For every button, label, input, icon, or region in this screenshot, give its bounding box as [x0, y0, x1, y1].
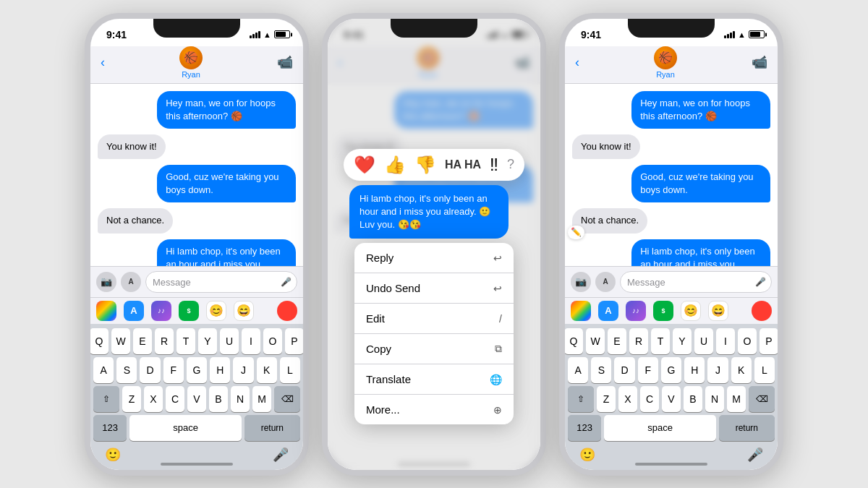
mic-key[interactable]: 🎤 [273, 447, 289, 463]
key-t[interactable]: T [176, 328, 195, 354]
bubble-outgoing[interactable]: Good, cuz we're taking you boys down. [157, 165, 296, 202]
bubble-outgoing[interactable]: Hi lamb chop, it's only been an hour and… [631, 239, 770, 266]
memoji1-icon[interactable]: 😊 [681, 301, 701, 321]
delete-key[interactable]: ⌫ [274, 386, 300, 412]
shift-key[interactable]: ⇧ [568, 386, 594, 412]
memoji2-icon[interactable]: 😄 [708, 301, 728, 321]
key-g[interactable]: G [661, 357, 681, 383]
key-a[interactable]: A [93, 357, 114, 383]
shift-key[interactable]: ⇧ [93, 386, 119, 412]
key-p[interactable]: P [285, 328, 304, 354]
context-menu-translate[interactable]: Translate 🌐 [354, 364, 514, 395]
key-n[interactable]: N [705, 386, 724, 412]
key-s[interactable]: S [591, 357, 611, 383]
key-o[interactable]: O [263, 328, 282, 354]
key-s[interactable]: S [116, 357, 137, 383]
key-z[interactable]: Z [122, 386, 141, 412]
context-menu-edit[interactable]: Edit / [354, 304, 514, 334]
key-f[interactable]: F [163, 357, 184, 383]
cash-icon[interactable]: $ [653, 301, 673, 321]
photos-app-icon[interactable] [571, 301, 591, 321]
context-menu-undo[interactable]: Undo Send ↩ [354, 273, 514, 304]
context-menu-copy[interactable]: Copy ⧉ [354, 334, 514, 364]
numbers-key[interactable]: 123 [93, 415, 127, 441]
apps-button[interactable]: A [121, 272, 141, 292]
key-r[interactable]: R [155, 328, 174, 354]
back-button[interactable]: ‹ [101, 55, 105, 70]
context-menu-more[interactable]: More... ⊕ [354, 395, 514, 424]
tapback-thumbsup[interactable]: 👍 [384, 155, 406, 175]
key-i[interactable]: I [242, 328, 260, 354]
red-dot-icon[interactable] [752, 301, 772, 321]
audio-icon[interactable]: ♪♪ [626, 301, 646, 321]
return-key[interactable]: return [244, 415, 300, 441]
key-d[interactable]: D [140, 357, 160, 383]
appstore-icon[interactable]: A [124, 301, 144, 321]
key-z[interactable]: Z [597, 386, 616, 412]
video-call-button[interactable]: 📹 [277, 54, 293, 70]
key-k[interactable]: K [257, 357, 277, 383]
red-dot-icon[interactable] [277, 301, 297, 321]
emoji-key[interactable]: 🙂 [579, 447, 595, 463]
key-x[interactable]: X [144, 386, 163, 412]
tapback-heart[interactable]: ❤️ [354, 155, 375, 175]
key-m[interactable]: M [252, 386, 271, 412]
key-t[interactable]: T [651, 328, 670, 354]
key-u[interactable]: U [694, 328, 713, 354]
key-u[interactable]: U [220, 328, 239, 354]
bubble-outgoing[interactable]: Hey man, we on for hoops this afternoon?… [631, 91, 770, 129]
tapback-haha[interactable]: HA HA [445, 158, 481, 171]
key-i[interactable]: I [716, 328, 735, 354]
tapback-exclamation[interactable]: ‼️ [490, 155, 498, 175]
key-l[interactable]: L [754, 357, 775, 383]
key-p[interactable]: P [760, 328, 778, 354]
tapback-thumbsdown[interactable]: 👎 [414, 155, 436, 175]
memoji2-icon[interactable]: 😄 [234, 301, 254, 321]
key-h[interactable]: H [210, 357, 230, 383]
key-o[interactable]: O [738, 328, 757, 354]
key-k[interactable]: K [731, 357, 752, 383]
key-f[interactable]: F [638, 357, 658, 383]
key-v[interactable]: V [187, 386, 206, 412]
back-button[interactable]: ‹ [575, 55, 579, 70]
message-input[interactable] [620, 271, 772, 293]
video-call-button[interactable]: 📹 [752, 54, 767, 70]
key-x[interactable]: X [618, 386, 637, 412]
contact-info[interactable]: 🏀 Ryan [179, 46, 203, 79]
mic-key[interactable]: 🎤 [747, 447, 763, 463]
message-input[interactable] [145, 271, 297, 293]
audio-icon[interactable]: ♪♪ [151, 301, 171, 321]
bubble-outgoing[interactable]: Good, cuz we're taking you boys down. [631, 165, 770, 202]
bubble-outgoing[interactable]: Hi lamb chop, it's only been an hour and… [157, 239, 296, 266]
return-key[interactable]: return [719, 415, 775, 441]
camera-button[interactable]: 📷 [571, 272, 591, 292]
key-n[interactable]: N [231, 386, 250, 412]
key-w[interactable]: W [111, 328, 130, 354]
key-l[interactable]: L [280, 357, 300, 383]
key-q[interactable]: Q [564, 328, 583, 354]
key-b[interactable]: B [209, 386, 228, 412]
bubble-incoming[interactable]: You know it! [98, 134, 166, 159]
key-c[interactable]: C [166, 386, 184, 412]
key-e[interactable]: E [133, 328, 152, 354]
cash-icon[interactable]: $ [179, 301, 199, 321]
key-a[interactable]: A [568, 357, 588, 383]
context-menu-reply[interactable]: Reply ↩ [354, 243, 514, 273]
key-d[interactable]: D [614, 357, 634, 383]
key-c[interactable]: C [640, 386, 659, 412]
memoji1-icon[interactable]: 😊 [206, 301, 226, 321]
key-g[interactable]: G [187, 357, 207, 383]
key-m[interactable]: M [727, 386, 746, 412]
numbers-key[interactable]: 123 [568, 415, 601, 441]
key-y[interactable]: Y [673, 328, 692, 354]
bubble-incoming[interactable]: Not a chance. ✏️ [572, 208, 647, 233]
key-q[interactable]: Q [90, 328, 109, 354]
contact-info[interactable]: 🏀 Ryan [654, 46, 677, 79]
key-r[interactable]: R [629, 328, 648, 354]
photos-app-icon[interactable] [96, 301, 116, 321]
key-j[interactable]: J [233, 357, 253, 383]
key-h[interactable]: H [684, 357, 705, 383]
space-key[interactable]: space [129, 415, 241, 441]
bubble-incoming[interactable]: Not a chance. [98, 208, 173, 233]
bubble-incoming[interactable]: You know it! [572, 134, 640, 159]
